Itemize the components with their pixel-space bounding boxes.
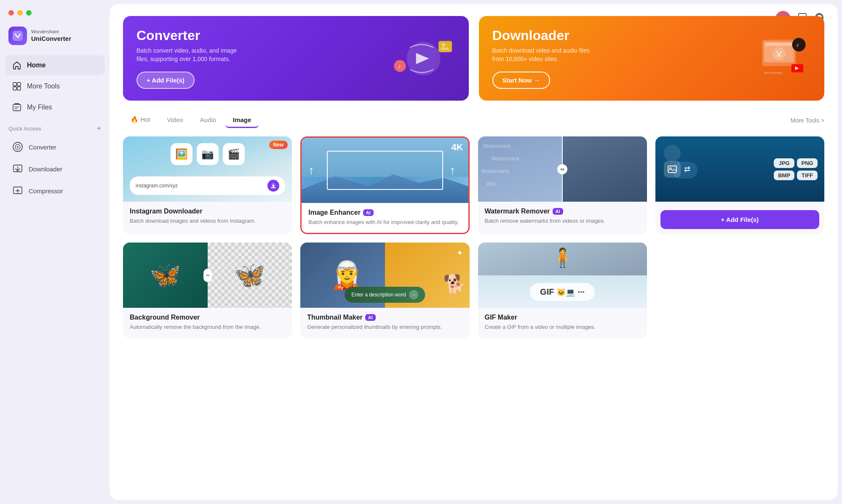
logo-name: UniConverter: [31, 35, 71, 43]
tool-card-instagram-downloader[interactable]: 🖼️ 📷 🎬 instagram.com/xyz: [123, 136, 292, 234]
tab-image[interactable]: Image: [225, 113, 259, 128]
svg-rect-4: [17, 87, 21, 90]
watermark-text-1: Watermark: [483, 143, 511, 149]
up-arrow-left: ↑: [308, 165, 314, 176]
convert-arrows-icon: ⇄: [684, 165, 690, 174]
sidebar-item-my-files-label: My Files: [27, 104, 52, 111]
gif-maker-image: 🧍 GIF 🐱‍💻 ···: [478, 243, 647, 308]
sidebar-item-more-tools[interactable]: More Tools: [5, 76, 104, 96]
gif-badge: GIF 🐱‍💻 ···: [530, 283, 595, 301]
ig-camera-icon: 📷: [197, 143, 219, 165]
more-tools-icon: [12, 81, 22, 91]
gif-ellipsis: ···: [577, 287, 585, 297]
sidebar-item-my-files[interactable]: My Files: [5, 97, 104, 117]
tab-video[interactable]: Video: [160, 113, 191, 128]
instagram-downloader-desc: Batch download images and videos from In…: [130, 217, 285, 225]
tool-card-image-converter[interactable]: JPG PNG BMP TIFF: [655, 136, 824, 234]
thumbnail-maker-title: Thumbnail Maker AI: [307, 314, 462, 321]
background-remover-image: 🦋 🦋 ⇔: [123, 243, 292, 308]
my-files-icon: [12, 102, 22, 112]
image-converter-image: JPG PNG BMP TIFF: [655, 136, 824, 202]
downloader-start-btn[interactable]: Start Now →: [492, 72, 550, 89]
tabs-bar: 🔥 Hot Video Audio Image More Tools >: [123, 112, 824, 128]
sidebar-item-converter[interactable]: Converter: [5, 136, 104, 157]
thumbnail-prompt-bar[interactable]: Enter a description word →: [345, 287, 425, 303]
gif-person-icon: 🧍: [551, 247, 574, 269]
svg-text:xyz.com/xyz: xyz.com/xyz: [764, 70, 783, 74]
tool-card-background-remover[interactable]: 🦋 🦋 ⇔ Background Remover Autom: [123, 243, 292, 338]
format-bmp: BMP: [774, 171, 794, 180]
svg-rect-3: [13, 87, 16, 90]
window-minimize[interactable]: [17, 10, 23, 16]
background-remover-title: Background Remover: [130, 314, 285, 321]
tool-card-watermark-remover[interactable]: Watermark Watermark Watermark Wm ⇔: [478, 136, 647, 234]
converter-add-files-btn[interactable]: + Add File(s): [136, 72, 195, 89]
svg-rect-1: [13, 83, 16, 86]
tool-card-thumbnail-maker[interactable]: 🧝 🐕 ✦ Enter a description word →: [300, 243, 469, 338]
image-enhancer-info: Image Enhancer AI Batch enhance images w…: [302, 203, 468, 233]
gif-maker-info: GIF Maker Create a GIF from a video or m…: [478, 308, 647, 338]
logo-brand: Wondershare: [31, 29, 71, 35]
gif-maker-title: GIF Maker: [485, 314, 640, 321]
ig-download-btn[interactable]: [267, 180, 279, 192]
tab-image-label: Image: [233, 116, 251, 123]
downloader-banner-title: Downloader: [492, 28, 744, 43]
tools-grid: 🖼️ 📷 🎬 instagram.com/xyz: [123, 136, 824, 338]
image-enhancer-title: Image Enhancer AI: [308, 209, 461, 216]
svg-point-8: [17, 146, 19, 148]
sidebar-item-downloader[interactable]: Downloader: [5, 158, 104, 179]
tool-card-gif-maker[interactable]: 🧍 GIF 🐱‍💻 ··· GIF Maker Create: [478, 243, 647, 338]
tool-card-image-enhancer[interactable]: ↑ ↑ 4K Image Enhancer AI Batch enhance i…: [300, 136, 469, 234]
sidebar-item-compressor[interactable]: Compressor: [5, 180, 104, 201]
window-close[interactable]: [8, 10, 14, 16]
sidebar-converter-label: Converter: [29, 144, 56, 151]
converter-icon: [12, 141, 24, 153]
downloader-banner[interactable]: Downloader Batch download video and audi…: [479, 16, 825, 101]
image-icon: [664, 161, 681, 178]
gif-maker-desc: Create a GIF from a video or multiple im…: [485, 323, 640, 331]
watermark-remover-title: Watermark Remover AI: [485, 208, 640, 215]
image-enhancer-image: ↑ ↑ 4K: [302, 138, 468, 203]
converter-banner[interactable]: Converter Batch convert video, audio, an…: [123, 16, 469, 101]
quick-access-label: Quick Access: [8, 125, 41, 132]
sidebar: Wondershare UniConverter Home More T: [0, 0, 110, 504]
main-wrapper: Converter Batch convert video, audio, an…: [110, 0, 842, 504]
svg-rect-2: [17, 83, 21, 86]
sidebar-item-home-label: Home: [27, 61, 45, 69]
quick-access-add[interactable]: +: [96, 124, 101, 133]
sidebar-item-more-tools-label: More Tools: [27, 83, 60, 90]
thumbnail-prompt-text: Enter a description word: [351, 292, 406, 298]
downloader-icon: [12, 163, 24, 175]
home-icon: [12, 60, 22, 70]
converter-banner-title: Converter: [136, 28, 388, 43]
background-remover-info: Background Remover Automatically remove …: [123, 308, 292, 338]
tab-audio[interactable]: Audio: [192, 113, 224, 128]
thumbnail-maker-ai-badge: AI: [365, 314, 376, 321]
svg-point-15: [442, 43, 445, 46]
thumbnail-maker-desc: Generate personalized thumbnails by ente…: [307, 323, 462, 331]
instagram-downloader-image: 🖼️ 📷 🎬 instagram.com/xyz: [123, 136, 292, 202]
watermark-remover-desc: Batch remove watermarks from videos or i…: [485, 217, 640, 225]
tab-video-label: Video: [167, 116, 183, 123]
image-enhancer-desc: Batch enhance images with AI for improve…: [308, 219, 461, 226]
window-maximize[interactable]: [26, 10, 32, 16]
tab-hot[interactable]: 🔥 Hot: [123, 112, 158, 128]
watermark-remover-info: Watermark Remover AI Batch remove waterm…: [478, 202, 647, 232]
converter-banner-desc: Batch convert video, audio, and image fi…: [136, 47, 246, 63]
enhancer-4k-label: 4K: [451, 142, 463, 153]
more-tools-link[interactable]: More Tools >: [791, 117, 824, 124]
compressor-icon: [12, 185, 24, 197]
image-converter-add-files-btn[interactable]: + Add File(s): [660, 210, 819, 229]
quick-access-section: Quick Access +: [0, 117, 110, 136]
format-badges: JPG PNG BMP TIFF: [774, 158, 818, 180]
divider-handle: ⇔: [557, 164, 567, 174]
downloader-banner-graphic: ♪ xyz.com/xyz: [743, 33, 811, 84]
sidebar-item-home[interactable]: Home: [5, 55, 104, 75]
main-nav: Home More Tools My Files: [0, 55, 110, 117]
gif-label: GIF: [540, 287, 554, 297]
thumbnail-maker-info: Thumbnail Maker AI Generate personalized…: [300, 308, 469, 338]
instagram-downloader-title: Instagram Downloader: [130, 208, 285, 215]
svg-rect-14: [438, 41, 452, 52]
svg-rect-5: [13, 104, 21, 111]
format-jpg: JPG: [774, 158, 794, 168]
